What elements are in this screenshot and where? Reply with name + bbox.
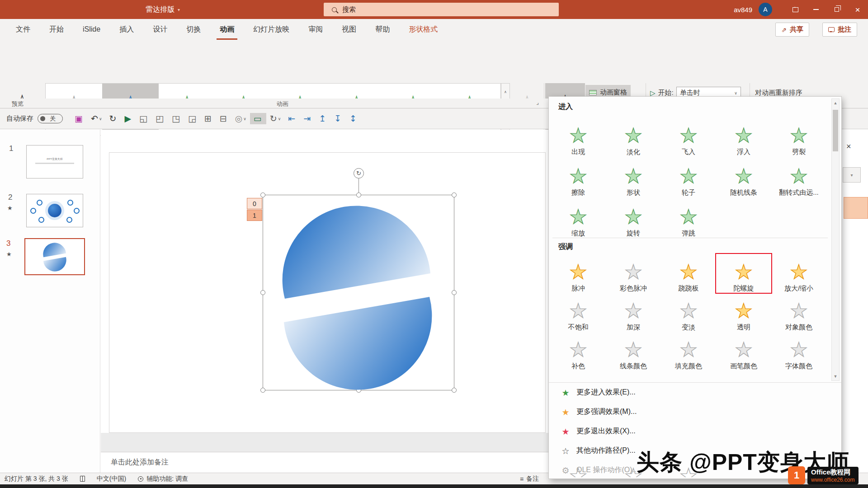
animation-effect-item[interactable]: ★ 彩色脉冲 [606, 254, 661, 293]
align-left-icon[interactable]: ⇤ [284, 113, 300, 124]
animation-effect-item[interactable]: ★ 轮子 [661, 156, 716, 197]
ribbon-tab[interactable]: iSlide [73, 19, 110, 40]
group-objects-icon[interactable]: ⊞ [201, 113, 216, 124]
animation-effect-item[interactable]: ★ 出现 [551, 116, 606, 156]
autosave-toggle[interactable]: 关 [38, 114, 63, 123]
redo-icon[interactable]: ↻ [105, 113, 121, 124]
animation-effect-item[interactable]: ★ 形状 [606, 156, 661, 197]
resize-handle-sw[interactable] [260, 388, 265, 393]
ribbon-tab[interactable]: 视图 [332, 19, 366, 40]
animation-effect-item[interactable]: ★ 加深 [606, 293, 661, 332]
animation-effect-item[interactable]: ★ 对象颜色 [771, 293, 826, 332]
animation-effect-item[interactable]: ★ 脉冲 [551, 254, 606, 293]
save-icon[interactable]: ▣ [71, 113, 87, 124]
animation-effect-item[interactable]: ★ 弹跳 [661, 197, 716, 238]
resize-handle-w[interactable] [260, 290, 265, 295]
spellcheck-button[interactable] [80, 476, 85, 482]
panel-scrollbar[interactable]: ▲ ▼ [831, 99, 840, 381]
bring-forward-icon[interactable]: ◱ [136, 113, 152, 124]
panel-menu-item[interactable]: ★ 更多进入效果(E)... [549, 383, 841, 402]
animation-effect-item[interactable]: ★ 线条颜色 [606, 332, 661, 371]
comments-button[interactable]: 批注 [822, 23, 857, 37]
gallery-scroll-up-button[interactable]: ∧ [501, 83, 510, 101]
notes-toggle-button[interactable]: ≡ 备注 [520, 475, 539, 483]
dialog-launcher-icon[interactable]: ⌟ [536, 99, 539, 106]
bring-to-front-icon[interactable]: ◳ [168, 113, 184, 124]
ribbon-tab[interactable]: 幻灯片放映 [244, 19, 299, 40]
animation-effect-item[interactable]: ★ 透明 [716, 293, 771, 332]
align-right-icon[interactable]: ⇥ [300, 113, 315, 124]
animation-effect-item[interactable]: ★ 画笔颜色 [716, 332, 771, 371]
animation-effect-item[interactable]: ★ 缩放 [551, 197, 606, 238]
undo-icon[interactable]: ↶ ∨ [87, 113, 106, 124]
scroll-down-icon[interactable]: ▼ [832, 374, 839, 379]
panel-menu-item[interactable]: ★ 更多退出效果(X)... [549, 422, 841, 441]
animation-effect-item[interactable]: ★ 字体颜色 [771, 332, 826, 371]
slide-3-thumbnail[interactable] [24, 238, 85, 275]
animation-pane-icon[interactable]: ▭ [250, 113, 266, 124]
rotate-handle[interactable]: ↻ [354, 168, 364, 178]
send-backward-icon[interactable]: ◰ [152, 113, 168, 124]
pane-close-icon[interactable]: × [846, 142, 851, 151]
language-indicator[interactable]: 中文(中国) [97, 475, 126, 483]
animation-effect-item[interactable]: ★ 淡化 [606, 116, 661, 156]
ribbon-tab[interactable]: 动画 [210, 19, 244, 40]
avatar[interactable]: A [759, 3, 772, 16]
animation-effect-item[interactable]: ★ 浮入 [716, 116, 771, 156]
title-dropdown-icon[interactable]: ▾ [178, 7, 180, 12]
animation-effect-item[interactable]: ★ 变淡 [661, 293, 716, 332]
ribbon-tab[interactable]: 审阅 [299, 19, 332, 40]
slideshow-icon[interactable]: ▶ [121, 113, 136, 124]
animation-effect-item[interactable]: ★ 随机线条 [716, 156, 771, 197]
animation-effect-item[interactable]: ★ 翻转式由远... [771, 156, 826, 197]
ribbon-tab[interactable]: 设计 [143, 19, 177, 40]
panel-menu-item[interactable]: ★ 更多强调效果(M)... [549, 402, 841, 422]
slide-1-thumbnail[interactable]: PPT变身大师 [26, 145, 83, 178]
ribbon-tab[interactable]: 形状格式 [399, 19, 447, 40]
align-objects-icon[interactable]: ⊟ [216, 113, 231, 124]
animation-effect-item[interactable]: ★ 旋转 [606, 197, 661, 238]
selected-shape[interactable] [277, 205, 438, 391]
animation-effect-item[interactable]: ★ 放大/缩小 [771, 254, 826, 293]
user-name[interactable]: av849 [734, 6, 752, 14]
animation-effect-item[interactable]: ★ 擦除 [551, 156, 606, 197]
ribbon-tab[interactable]: 插入 [110, 19, 143, 40]
animation-effect-item[interactable]: ★ 不饱和 [551, 293, 606, 332]
animation-effect-item[interactable]: ★ 补色 [551, 332, 606, 371]
animation-effect-item[interactable]: ★ 跷跷板 [661, 254, 716, 293]
animation-effect-item[interactable]: ★ 陀螺旋 [716, 254, 771, 293]
scroll-up-icon[interactable]: ▲ [832, 101, 839, 105]
rotate-objects-icon[interactable]: ↻ ∨ [266, 113, 285, 124]
slide-2-thumbnail[interactable] [26, 194, 83, 227]
minimize-button[interactable] [806, 0, 826, 19]
align-top-icon[interactable]: ↥ [315, 113, 330, 124]
share-button[interactable]: ⇗ 共享 [775, 23, 809, 37]
animation-effect-item[interactable]: ★ 劈裂 [771, 116, 826, 156]
resize-handle-n[interactable] [356, 192, 361, 197]
merge-shapes-icon[interactable]: ◎ ∨ [231, 113, 250, 124]
resize-handle-ne[interactable] [452, 192, 457, 197]
resize-height-icon[interactable]: ↕ [346, 113, 361, 124]
send-to-back-icon[interactable]: ◲ [184, 113, 201, 124]
animation-effect-item[interactable]: ★ 填充颜色 [661, 332, 716, 371]
ribbon-tab[interactable]: 帮助 [366, 19, 399, 40]
scrollbar-thumb[interactable] [833, 110, 838, 151]
ribbon-tab[interactable]: 文件 [6, 19, 40, 40]
resize-handle-nw[interactable] [260, 192, 265, 197]
ribbon-tab[interactable]: 开始 [40, 19, 73, 40]
restore-button[interactable] [826, 0, 847, 19]
pane-dropdown-fragment[interactable]: ▾ [843, 167, 861, 183]
autosave-control[interactable]: 自动保存 关 [0, 114, 63, 123]
close-button[interactable]: × [847, 0, 868, 19]
align-bottom-icon[interactable]: ↧ [330, 113, 346, 124]
animation-order-tag-1[interactable]: 1 [247, 210, 262, 221]
document-title[interactable]: 雷达排版 ▾ [146, 0, 180, 19]
animation-order-tag-0[interactable]: 0 [247, 198, 262, 209]
ribbon-display-options-button[interactable] [785, 0, 806, 19]
notes-area[interactable]: 单击此处添加备注 [101, 452, 548, 473]
resize-handle-se[interactable] [452, 388, 457, 393]
resize-handle-e[interactable] [452, 290, 457, 295]
ribbon-tab[interactable]: 切换 [177, 19, 210, 40]
search-input[interactable]: 搜索 [324, 3, 559, 16]
animation-effect-item[interactable]: ★ 飞入 [661, 116, 716, 156]
